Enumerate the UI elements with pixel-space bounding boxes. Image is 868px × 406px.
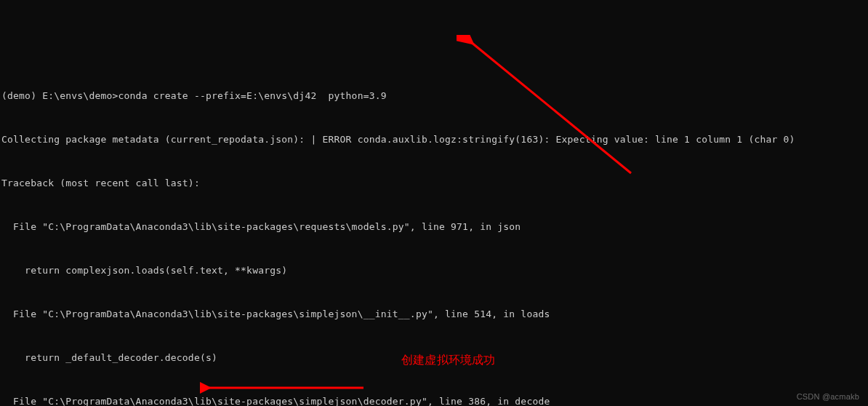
- terminal-line: return complexjson.loads(self.text, **kw…: [1, 263, 868, 278]
- terminal-line: (demo) E:\envs\demo>conda create --prefi…: [1, 89, 868, 103]
- terminal-line: Traceback (most recent call last):: [1, 176, 868, 191]
- terminal-line: File "C:\ProgramData\Anaconda3\lib\site-…: [1, 307, 868, 322]
- terminal-line: File "C:\ProgramData\Anaconda3\lib\site-…: [1, 220, 868, 234]
- terminal-line: File "C:\ProgramData\Anaconda3\lib\site-…: [1, 394, 868, 406]
- terminal-line: Collecting package metadata (current_rep…: [1, 132, 868, 147]
- annotation-success-label: 创建虚拟环境成功: [401, 351, 496, 370]
- watermark-label: CSDN @acmakb: [797, 391, 859, 403]
